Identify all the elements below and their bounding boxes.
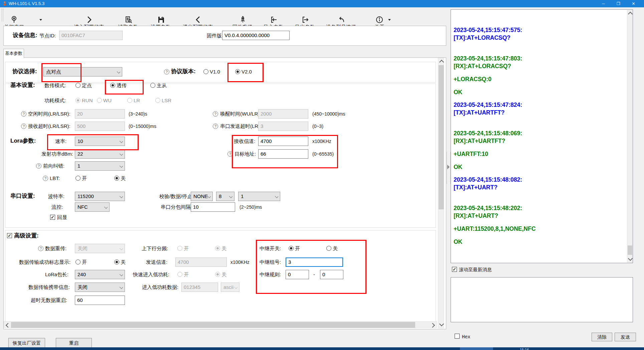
radio-power-lr[interactable] [127,98,132,103]
radio-updown-on[interactable] [177,246,182,251]
relay-group-field[interactable]: 3 [286,257,343,267]
rx-timeout-help-icon[interactable] [21,124,26,129]
baud-combo[interactable]: 115200 [75,192,125,201]
autoscroll-checkbox[interactable] [452,267,457,272]
close-serial-dropdown-caret[interactable] [39,19,42,21]
advanced-checkbox[interactable] [7,233,12,238]
scroll-down-icon[interactable] [439,322,444,326]
rx-channel-field[interactable]: 4700 [258,137,308,146]
echo-label[interactable]: 回显 [57,214,67,220]
close-button[interactable]: ✕ [626,0,641,7]
uart-timeout-help-icon[interactable] [213,124,218,129]
scroll-left-icon[interactable] [6,323,10,328]
lbt-help-icon[interactable] [43,176,48,181]
timeout-restart-field[interactable]: 60 [75,296,125,305]
log-v-scrollbar[interactable] [627,10,632,262]
radio-success-flag-on[interactable] [75,259,80,265]
config-v-scrollbar[interactable] [438,58,444,328]
idle-time-field[interactable]: 20 [75,109,125,119]
fec-help-icon[interactable] [36,163,41,169]
radio-mode-fixed-label[interactable]: 定点 [82,82,92,89]
radio-relay-off[interactable] [326,246,331,251]
log-scroll-down-icon[interactable] [628,256,633,261]
carry-info-combo[interactable]: 关闭 [75,283,125,292]
tx-power-combo[interactable]: 22 [75,149,125,159]
packet-interval-field[interactable]: 10 [191,202,235,212]
restore-button[interactable]: ❐ [611,0,626,7]
node-id-field[interactable]: 0010FAC7 [59,31,123,40]
retrans-help-icon[interactable] [38,246,43,251]
radio-relay-on-label[interactable]: 开 [295,245,300,251]
factory-reset-button[interactable]: 恢复出厂设置 [8,338,45,348]
stopbits-combo[interactable]: 1 [238,192,280,201]
packet-len-combo[interactable]: 240 [75,270,125,279]
log-output[interactable]: 2023-05-24,15:15:47:575:[TX]:AT+LORACSQ?… [454,26,624,251]
relay-rule-to-field[interactable]: 0 [320,270,343,279]
wake-time-help-icon[interactable] [213,111,218,117]
retrans-combo[interactable]: 关闭 [75,244,125,253]
radio-mode-master-slave-label[interactable]: 主从 [157,82,167,89]
radio-lbt-off[interactable] [114,176,119,181]
rx-timeout-field[interactable]: 500 [75,122,125,131]
radio-relay-off-label[interactable]: 关 [333,245,338,251]
autoscroll-label[interactable]: 滚动至最新消息 [459,267,492,273]
flow-combo[interactable]: NFC [75,202,110,212]
panel-splitter[interactable] [447,152,451,184]
radio-lbt-on-label[interactable]: 开 [82,175,87,181]
radio-protocol-v2-label[interactable]: V2.0 [241,69,252,75]
radio-mode-transparent[interactable] [110,83,115,88]
radio-power-lsr[interactable] [155,98,160,103]
fec-combo[interactable]: 1 [75,161,125,171]
about-dropdown-caret[interactable] [388,19,391,21]
radio-protocol-v1[interactable] [203,69,208,74]
log-scroll-up-icon[interactable] [628,12,633,16]
uart-timeout-field[interactable]: 3 [258,122,308,131]
scroll-right-icon[interactable] [430,323,435,328]
v-scrollbar-thumb[interactable] [439,65,444,209]
clear-button[interactable]: 清除 [592,333,612,341]
log-scrollbar-thumb[interactable] [628,245,632,255]
parity-combo[interactable]: NONE [191,192,213,201]
wake-time-field[interactable]: 2000 [258,109,308,119]
radio-fast-lowpower-off[interactable] [215,272,220,277]
minimize-button[interactable]: ─ [596,0,611,7]
target-addr-field[interactable]: 66 [258,149,308,159]
echo-checkbox[interactable] [50,215,55,220]
relay-rule-from-field[interactable]: 0 [286,270,309,279]
firmware-version-field[interactable]: V0.0.4.000000.0000 [222,31,290,40]
idle-time-help-icon[interactable] [21,111,26,117]
radio-updown-off[interactable] [215,246,220,251]
lowpower-encoding-combo[interactable]: ascii [221,283,239,292]
radio-power-wu[interactable] [97,98,102,103]
hex-checkbox[interactable] [455,334,460,339]
radio-protocol-v1-label[interactable]: V1.0 [210,69,220,75]
target-addr-help-icon[interactable] [227,151,233,157]
h-scrollbar-thumb[interactable] [11,322,415,328]
radio-lbt-off-label[interactable]: 关 [121,175,126,181]
hex-label[interactable]: Hex [462,334,470,339]
restart-button[interactable]: 重启 [56,338,92,348]
radio-fast-lowpower-on[interactable] [177,272,182,277]
radio-power-run[interactable] [75,98,80,103]
databits-combo[interactable]: 8 [216,192,234,201]
radio-success-flag-off[interactable] [114,259,119,265]
splitter-arrow-icon[interactable] [447,165,450,169]
radio-mode-fixed[interactable] [75,83,80,88]
config-h-scrollbar[interactable] [4,321,437,328]
radio-protocol-v2[interactable] [235,69,240,74]
send-input[interactable] [451,277,633,322]
radio-success-flag-on-label[interactable]: 开 [82,259,87,265]
tx-channel-field[interactable]: 4700 [175,257,227,267]
rate-combo[interactable]: 10 [75,137,125,146]
send-button[interactable]: 发送 [615,333,636,341]
radio-mode-transparent-label[interactable]: 透传 [117,82,127,89]
tab-basic-params[interactable]: 基本参数 [3,49,24,58]
protocol-version-help-icon[interactable] [164,69,169,74]
lowpower-data-field[interactable]: 012345 [181,283,218,292]
radio-relay-on[interactable] [289,246,294,251]
protocol-combo[interactable]: 点对点 [43,67,122,76]
radio-mode-master-slave[interactable] [150,83,155,88]
scroll-up-icon[interactable] [439,60,444,64]
radio-success-flag-off-label[interactable]: 关 [121,259,126,265]
radio-lbt-on[interactable] [75,176,80,181]
